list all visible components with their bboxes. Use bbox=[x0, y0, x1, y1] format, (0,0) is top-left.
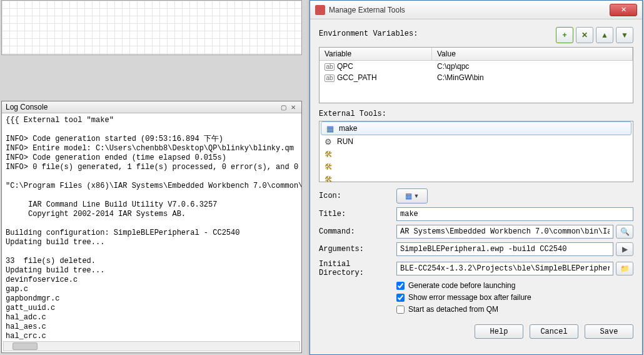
icon-selector[interactable]: ▦ ▼ bbox=[396, 188, 428, 203]
icon-field-label: Icon: bbox=[319, 192, 396, 200]
dialog-app-icon bbox=[315, 5, 325, 15]
list-item-run[interactable]: ⚙ RUN bbox=[319, 135, 633, 148]
list-item-empty[interactable]: 🛠 bbox=[319, 160, 633, 173]
title-field-label: Title: bbox=[319, 210, 396, 219]
plus-icon: + bbox=[562, 31, 566, 39]
table-row[interactable]: abGCC_PATH C:\MinGW\bin bbox=[319, 72, 633, 83]
chk-show-error-label: Show error message box after failure bbox=[408, 293, 531, 302]
chk-generate-code[interactable] bbox=[396, 282, 405, 290]
make-icon: ▦ bbox=[325, 123, 335, 133]
save-button[interactable]: Save bbox=[585, 324, 633, 339]
list-item-empty[interactable]: 🛠 bbox=[319, 148, 633, 160]
arrow-up-icon: ▲ bbox=[601, 31, 608, 39]
log-dock-icon[interactable]: ▢ bbox=[279, 103, 288, 111]
make-icon: ▦ bbox=[405, 192, 412, 200]
command-input[interactable] bbox=[396, 225, 613, 239]
arguments-field-label: Arguments: bbox=[319, 245, 396, 254]
list-item-make[interactable]: ▦ make bbox=[321, 121, 631, 135]
help-button[interactable]: Help bbox=[475, 324, 523, 339]
external-tools-list[interactable]: ▦ make ⚙ RUN 🛠 🛠 🛠 bbox=[319, 121, 633, 182]
tools-section-label: External Tools: bbox=[319, 110, 633, 118]
env-section-label: Environment Variables: bbox=[319, 29, 553, 38]
env-variables-table[interactable]: Variable Value abQPC C:\qp\qpc abGCC_PAT… bbox=[319, 47, 633, 103]
chk-detached[interactable] bbox=[396, 306, 405, 314]
play-icon: ▶ bbox=[622, 245, 628, 254]
arrow-down-icon: ▼ bbox=[621, 31, 628, 39]
env-move-down-button[interactable]: ▼ bbox=[616, 27, 633, 43]
chk-show-error[interactable] bbox=[396, 294, 405, 302]
command-field-label: Command: bbox=[319, 227, 396, 236]
list-item-empty[interactable]: 🛠 bbox=[319, 173, 633, 185]
env-move-up-button[interactable]: ▲ bbox=[596, 27, 613, 43]
env-col-value[interactable]: Value bbox=[432, 48, 633, 60]
arguments-input[interactable] bbox=[396, 242, 613, 256]
manage-external-tools-dialog: Manage External Tools ✕ Environment Vari… bbox=[309, 0, 643, 355]
wrench-icon: 🛠 bbox=[323, 162, 333, 172]
scrollbar-thumb[interactable] bbox=[13, 342, 38, 350]
search-icon: 🔍 bbox=[620, 227, 630, 236]
log-close-icon[interactable]: ✕ bbox=[289, 103, 298, 111]
chk-detached-label: Start as detached from QM bbox=[408, 305, 498, 314]
dialog-close-button[interactable]: ✕ bbox=[610, 4, 637, 16]
dialog-title: Manage External Tools bbox=[329, 6, 610, 14]
command-browse-button[interactable]: 🔍 bbox=[616, 225, 633, 239]
table-row[interactable]: abQPC C:\qp\qpc bbox=[319, 61, 633, 72]
log-console-panel: Log Console ▢ ✕ {{{ External tool "make"… bbox=[1, 101, 302, 353]
env-col-variable[interactable]: Variable bbox=[319, 48, 432, 60]
chk-generate-code-label: Generate code before launching bbox=[408, 281, 515, 290]
log-console-output[interactable]: {{{ External tool "make" INFO> Code gene… bbox=[2, 113, 301, 353]
folder-icon: 📁 bbox=[620, 264, 630, 273]
log-console-title: Log Console bbox=[6, 103, 48, 111]
var-icon: ab bbox=[325, 63, 335, 71]
log-console-titlebar[interactable]: Log Console ▢ ✕ bbox=[2, 101, 301, 113]
gear-icon: ⚙ bbox=[323, 136, 333, 147]
chevron-down-icon: ▼ bbox=[414, 193, 420, 199]
wrench-icon: 🛠 bbox=[323, 149, 333, 159]
title-input[interactable] bbox=[396, 207, 633, 221]
dialog-titlebar[interactable]: Manage External Tools ✕ bbox=[310, 1, 642, 19]
initdir-input[interactable] bbox=[396, 262, 613, 275]
log-horizontal-scrollbar[interactable] bbox=[3, 341, 300, 351]
cancel-button[interactable]: Cancel bbox=[530, 324, 578, 339]
x-icon: ✕ bbox=[581, 31, 588, 39]
env-add-button[interactable]: + bbox=[556, 27, 573, 43]
wrench-icon: 🛠 bbox=[323, 174, 333, 184]
initdir-browse-button[interactable]: 📁 bbox=[616, 262, 633, 275]
initdir-field-label: Initial Directory: bbox=[319, 260, 396, 277]
var-icon: ab bbox=[325, 75, 335, 82]
env-delete-button[interactable]: ✕ bbox=[576, 27, 593, 43]
model-canvas[interactable] bbox=[1, 0, 302, 55]
arguments-more-button[interactable]: ▶ bbox=[616, 242, 633, 256]
